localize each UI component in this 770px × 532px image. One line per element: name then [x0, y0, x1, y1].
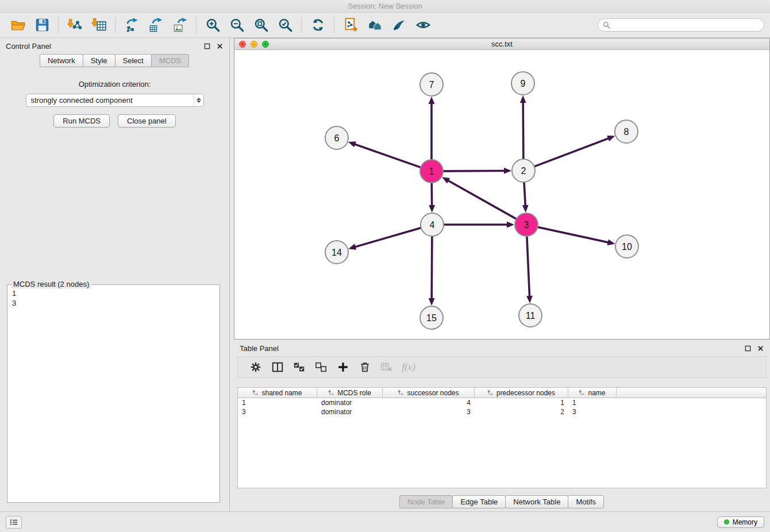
- criterion-selected-value: strongly connected component: [31, 96, 133, 105]
- switch-column-view-button[interactable]: [268, 358, 287, 376]
- delete-row-button[interactable]: [355, 358, 375, 376]
- tab-select[interactable]: Select: [115, 54, 152, 67]
- toolbar-separator: [115, 17, 116, 33]
- table-cell: 2: [475, 407, 568, 417]
- export-network-button[interactable]: [120, 15, 144, 36]
- zoom-selected-button[interactable]: [273, 15, 297, 36]
- save-session-button[interactable]: [30, 15, 54, 36]
- style-preview-button[interactable]: [387, 15, 411, 36]
- graph-edge-3-1[interactable]: [448, 180, 517, 219]
- import-table-icon: [91, 17, 107, 33]
- table-cell: 3: [238, 407, 317, 417]
- table-toolbar: f(x): [237, 356, 767, 378]
- home-button[interactable]: [363, 15, 387, 36]
- delete-table-button[interactable]: [377, 358, 396, 376]
- network-window-title: scc.txt: [234, 40, 769, 48]
- graph-node-label: 6: [334, 133, 340, 143]
- graph-node-label: 10: [622, 242, 632, 252]
- zoom-window-icon[interactable]: +: [262, 41, 269, 48]
- deselect-all-button[interactable]: [311, 358, 331, 376]
- import-network-button[interactable]: [63, 15, 87, 36]
- graph-edge-arrowhead: [504, 168, 511, 174]
- tab-motifs[interactable]: Motifs: [568, 495, 604, 508]
- search-icon: [603, 21, 610, 29]
- float-panel-icon[interactable]: [203, 42, 211, 50]
- node-table: shared nameMCDS rolesuccessor nodesprede…: [237, 387, 767, 488]
- memory-button[interactable]: Memory: [717, 516, 764, 528]
- refresh-view-button[interactable]: [306, 15, 330, 36]
- column-header-mcds-role[interactable]: MCDS role: [317, 388, 383, 398]
- column-header-name[interactable]: name: [568, 388, 617, 398]
- zoom-out-button[interactable]: [225, 15, 249, 36]
- tab-network[interactable]: Network: [40, 54, 83, 67]
- graph-node-label: 1: [429, 167, 434, 176]
- close-panel-button[interactable]: Close panel: [118, 114, 176, 128]
- table-cell: dominator: [317, 407, 383, 417]
- select-all-button[interactable]: [290, 358, 309, 376]
- criterion-select[interactable]: strongly connected component: [26, 94, 204, 107]
- status-bar: Memory: [0, 511, 770, 532]
- table-row[interactable]: 3dominator323: [238, 407, 766, 417]
- graph-edge-1-6[interactable]: [354, 144, 421, 168]
- column-header-successor-nodes[interactable]: successor nodes: [383, 388, 475, 398]
- graph-edge-2-3[interactable]: [524, 182, 525, 206]
- select-stepper-icon: [194, 94, 203, 106]
- plus-icon: [337, 361, 349, 373]
- graph-node-label: 2: [521, 166, 526, 176]
- import-table-button[interactable]: [87, 15, 111, 36]
- graph-edge-2-9[interactable]: [523, 102, 523, 159]
- column-header-label: predecessor nodes: [496, 389, 555, 397]
- task-history-button[interactable]: [6, 516, 22, 529]
- refresh-icon: [310, 17, 326, 33]
- table-settings-button[interactable]: [246, 358, 265, 376]
- export-table-button[interactable]: [144, 15, 168, 36]
- tab-edge-table[interactable]: Edge Table: [452, 495, 506, 508]
- minimize-window-icon[interactable]: −: [251, 41, 257, 48]
- column-header-shared-name[interactable]: shared name: [238, 388, 317, 398]
- search-input[interactable]: [614, 21, 759, 29]
- tab-mcds[interactable]: MCDS: [151, 54, 189, 67]
- titlebar: Session: New Session: [0, 0, 770, 13]
- table-row[interactable]: 1dominator411: [238, 398, 766, 407]
- mcds-result-box: MCDS result (2 nodes) 13: [7, 284, 220, 503]
- search-box[interactable]: [598, 18, 764, 32]
- float-table-panel-icon[interactable]: [744, 344, 752, 352]
- column-header-predecessor-nodes[interactable]: predecessor nodes: [475, 388, 568, 398]
- zoom-selected-icon: [278, 17, 293, 33]
- zoom-in-button[interactable]: [201, 15, 225, 36]
- graph-edge-arrowhead: [607, 136, 615, 141]
- tab-node-table[interactable]: Node Table: [399, 495, 453, 508]
- show-graphics-details-button[interactable]: [411, 15, 435, 36]
- graph-node-label: 15: [426, 313, 437, 323]
- table-header-row: shared nameMCDS rolesuccessor nodesprede…: [238, 388, 766, 398]
- memory-label: Memory: [733, 518, 757, 526]
- graph-edge-arrowhead: [348, 244, 356, 249]
- export-image-button[interactable]: [168, 15, 192, 36]
- function-builder-button[interactable]: f(x): [399, 358, 418, 376]
- toolbar-separator: [334, 17, 334, 33]
- eye-icon: [415, 17, 431, 33]
- graph-node-label: 14: [332, 248, 342, 257]
- graph-edge-3-10[interactable]: [538, 227, 609, 242]
- graph-edge-3-11[interactable]: [527, 236, 530, 297]
- run-mcds-button[interactable]: Run MCDS: [53, 114, 110, 128]
- zoom-fit-button[interactable]: [249, 15, 273, 36]
- graph-edge-4-14[interactable]: [355, 228, 421, 248]
- close-panel-icon[interactable]: [215, 42, 224, 50]
- column-header-label: MCDS role: [337, 389, 371, 397]
- tab-network-table[interactable]: Network Table: [505, 495, 568, 508]
- close-window-icon[interactable]: ×: [239, 41, 246, 48]
- graph-edge-4-15[interactable]: [432, 236, 432, 299]
- graph-edge-2-8[interactable]: [534, 138, 609, 167]
- open-session-button[interactable]: [6, 15, 30, 36]
- network-canvas[interactable]: 7968124314101511: [234, 50, 769, 339]
- close-table-panel-icon[interactable]: [756, 344, 764, 352]
- table-cell: dominator: [317, 398, 383, 407]
- tab-style[interactable]: Style: [83, 54, 116, 67]
- graph-edge-1-2[interactable]: [443, 171, 505, 171]
- task-list-icon: [9, 518, 18, 526]
- table-panel-header: Table Panel: [234, 340, 770, 356]
- column-header-label: shared name: [261, 389, 302, 397]
- clone-network-button[interactable]: [338, 15, 363, 36]
- add-row-button[interactable]: [333, 358, 353, 376]
